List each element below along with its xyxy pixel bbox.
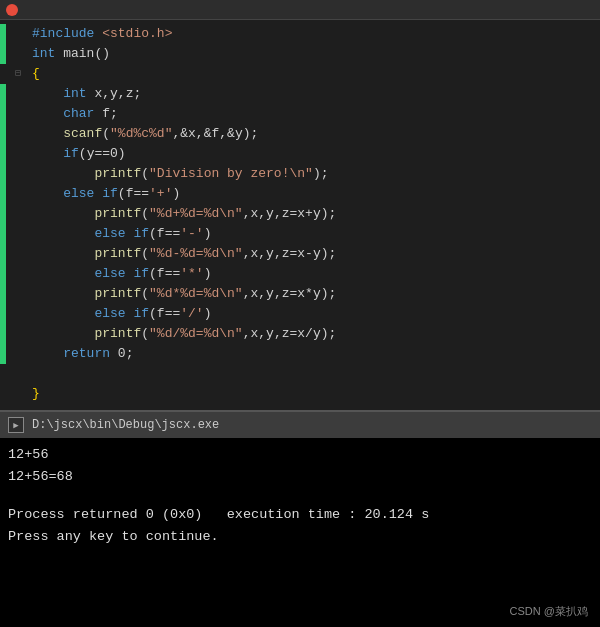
code-token: '/' <box>180 306 203 321</box>
code-token: ( <box>141 286 149 301</box>
line-content: printf("%d+%d=%d\n",x,y,z=x+y); <box>28 204 600 224</box>
code-token: (f== <box>149 266 180 281</box>
code-editor: #include <stdio.h>int main()⊟{ int x,y,z… <box>0 20 600 410</box>
line-indicator <box>0 164 6 184</box>
console-titlebar: ▶ D:\jscx\bin\Debug\jscx.exe <box>0 410 600 438</box>
code-token: () <box>94 46 110 61</box>
line-content: else if(f=='/') <box>28 304 600 324</box>
code-token: { <box>32 66 40 81</box>
csdn-watermark: CSDN @菜扒鸡 <box>510 604 588 619</box>
code-token: int <box>32 46 55 61</box>
line-indicator <box>0 224 6 244</box>
line-content: printf("Division by zero!\n"); <box>28 164 600 184</box>
code-token: ,x,y,z=x+y); <box>243 206 337 221</box>
code-token: "%d-%d=%d\n" <box>149 246 243 261</box>
window-titlebar <box>0 0 600 20</box>
line-indicator <box>0 124 6 144</box>
code-token: (y==0) <box>79 146 126 161</box>
code-token: printf <box>94 166 141 181</box>
line-indicator <box>0 184 6 204</box>
gutter-icon <box>8 244 28 264</box>
code-line: printf("%d+%d=%d\n",x,y,z=x+y); <box>0 204 600 224</box>
console-press-line: Press any key to continue. <box>8 526 592 548</box>
gutter-icon <box>8 44 28 64</box>
code-token: printf <box>94 326 141 341</box>
console-spacer <box>8 488 592 498</box>
code-token: (f== <box>118 186 149 201</box>
code-token: ( <box>102 126 110 141</box>
line-indicator <box>0 244 6 264</box>
code-line: return 0; <box>0 344 600 364</box>
code-token <box>32 286 94 301</box>
line-content: char f; <box>28 104 600 124</box>
gutter-icon <box>8 84 28 104</box>
console-output: 12+56 12+56=68 Process returned 0 (0x0) … <box>0 438 600 627</box>
code-token: "%d%c%d" <box>110 126 172 141</box>
code-token: '+' <box>149 186 172 201</box>
line-content: int main() <box>28 44 600 64</box>
code-token: (f== <box>149 306 180 321</box>
gutter-icon <box>8 264 28 284</box>
code-token: ,x,y,z=x-y); <box>243 246 337 261</box>
code-token: ( <box>141 326 149 341</box>
code-token: x,y,z; <box>87 86 142 101</box>
code-token: ( <box>141 166 149 181</box>
code-token: ) <box>172 186 180 201</box>
line-indicator <box>0 284 6 304</box>
code-line: } <box>0 384 600 404</box>
code-token: ) <box>204 226 212 241</box>
code-line: else if(f=='+') <box>0 184 600 204</box>
close-button[interactable] <box>6 4 18 16</box>
code-token: if <box>63 146 79 161</box>
code-token: int <box>63 86 86 101</box>
code-token <box>32 266 94 281</box>
code-token: printf <box>94 206 141 221</box>
line-indicator <box>0 304 6 324</box>
code-token <box>32 206 94 221</box>
gutter-icon[interactable]: ⊟ <box>8 64 28 84</box>
line-content: else if(f=='*') <box>28 264 600 284</box>
code-token <box>32 146 63 161</box>
code-line: scanf("%d%c%d",&x,&f,&y); <box>0 124 600 144</box>
code-token: ,x,y,z=x/y); <box>243 326 337 341</box>
code-line: char f; <box>0 104 600 124</box>
line-indicator <box>0 384 6 404</box>
line-content: else if(f=='+') <box>28 184 600 204</box>
gutter-icon <box>8 184 28 204</box>
code-line: else if(f=='-') <box>0 224 600 244</box>
console-title-text: D:\jscx\bin\Debug\jscx.exe <box>32 418 219 432</box>
line-content: } <box>28 384 600 404</box>
line-indicator <box>0 104 6 124</box>
line-content: printf("%d*%d=%d\n",x,y,z=x*y); <box>28 284 600 304</box>
code-line <box>0 364 600 384</box>
code-token: ,&x,&f,&y); <box>172 126 258 141</box>
line-indicator <box>0 324 6 344</box>
code-token <box>32 326 94 341</box>
code-line: ⊟{ <box>0 64 600 84</box>
gutter-icon <box>8 224 28 244</box>
line-indicator <box>0 64 6 84</box>
line-indicator <box>0 204 6 224</box>
line-content: int x,y,z; <box>28 84 600 104</box>
code-token: "%d/%d=%d\n" <box>149 326 243 341</box>
code-line: else if(f=='/') <box>0 304 600 324</box>
line-indicator <box>0 144 6 164</box>
console-icon: ▶ <box>8 417 24 433</box>
gutter-icon <box>8 284 28 304</box>
code-token: (f== <box>149 226 180 241</box>
line-indicator <box>0 344 6 364</box>
code-line: printf("%d*%d=%d\n",x,y,z=x*y); <box>0 284 600 304</box>
code-token: '*' <box>180 266 203 281</box>
code-token: 0; <box>110 346 133 361</box>
code-token: ( <box>141 206 149 221</box>
gutter-icon <box>8 104 28 124</box>
line-content: if(y==0) <box>28 144 600 164</box>
code-token: ) <box>204 266 212 281</box>
code-token: main <box>55 46 94 61</box>
code-line: int x,y,z; <box>0 84 600 104</box>
code-token: return <box>63 346 110 361</box>
code-token: #include <box>32 26 102 41</box>
line-indicator <box>0 264 6 284</box>
code-token: "Division by zero!\n" <box>149 166 313 181</box>
code-token <box>32 106 63 121</box>
